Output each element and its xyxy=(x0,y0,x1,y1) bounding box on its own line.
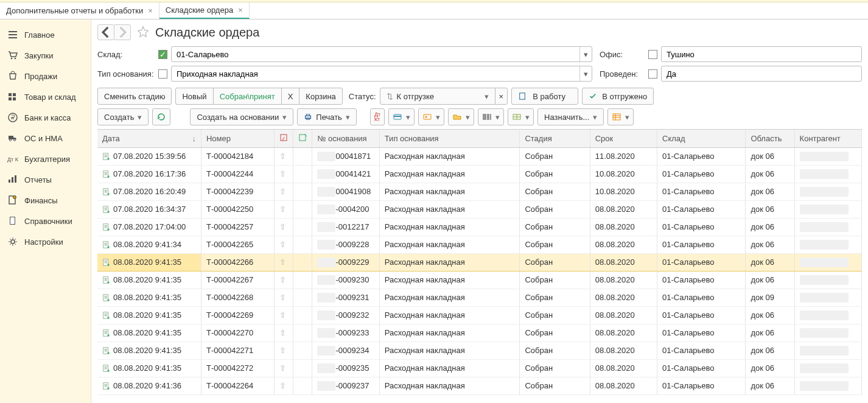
refresh-button[interactable] xyxy=(152,108,170,125)
tab-reports[interactable]: Дополнительные отчеты и обработки × xyxy=(0,2,159,19)
column-header[interactable] xyxy=(275,130,293,147)
table-row[interactable]: 08.08.2020 9:41:35Т-000042270⇧ -0009233Р… xyxy=(97,324,862,342)
tab-label: Дополнительные отчеты и обработки xyxy=(6,6,143,15)
to-work-button[interactable]: В работу xyxy=(511,88,578,105)
tool-btn-5[interactable]: ▾ xyxy=(508,108,534,125)
shipped-button[interactable]: В отгружено xyxy=(582,88,654,105)
print-button[interactable]: Печать▾ xyxy=(297,108,357,125)
cell-basis-type: Расходная накладная xyxy=(379,324,520,342)
dropdown-icon[interactable]: ▾ xyxy=(579,47,592,61)
status-group: ⇅ К отгрузке ▾ × xyxy=(380,88,508,105)
column-header[interactable]: Дата↓ xyxy=(97,130,201,147)
table-row[interactable]: 08.08.2020 9:41:36Т-000042264⇧ -0009237Р… xyxy=(97,377,862,394)
nav-forward-button[interactable] xyxy=(114,24,131,40)
change-stage-button[interactable]: Сменить стадию xyxy=(97,88,172,105)
create-button[interactable]: Создать▾ xyxy=(97,108,149,125)
table-row[interactable]: 08.08.2020 9:41:34Т-000042265⇧ -0009228Р… xyxy=(97,236,862,253)
posted-checkbox[interactable] xyxy=(648,69,657,79)
column-header[interactable] xyxy=(293,130,312,147)
table-row[interactable]: 07.08.2020 16:34:37Т-000042250⇧ -0004200… xyxy=(97,200,862,218)
cell-number: Т-000042266 xyxy=(201,253,274,271)
column-header[interactable]: Контрагент xyxy=(794,130,861,147)
table-row[interactable]: 07.08.2020 16:20:49Т-000042239⇧ 00041908… xyxy=(97,183,862,200)
tool-btn-3[interactable]: ▾ xyxy=(448,108,474,125)
sidebar-item-truck[interactable]: ОС и НМА xyxy=(0,128,91,149)
table-row[interactable]: 08.08.2020 9:41:35Т-000042271⇧ -0009234Р… xyxy=(97,342,862,359)
table-row[interactable]: 08.08.2020 9:41:35Т-000042269⇧ -0009232Р… xyxy=(97,306,862,324)
basis-type-select[interactable]: ▾ xyxy=(171,66,592,82)
column-header[interactable]: Склад xyxy=(657,130,746,147)
column-header[interactable]: Стадия xyxy=(520,130,590,147)
office-checkbox[interactable] xyxy=(648,50,657,59)
document-icon xyxy=(102,240,111,249)
sidebar-item-finance[interactable]: Финансы xyxy=(0,190,91,211)
data-table[interactable]: Дата↓Номер№ основанияТип основанияСтадия… xyxy=(97,129,862,403)
warehouse-input[interactable] xyxy=(172,47,579,61)
sidebar-item-chart[interactable]: Отчеты xyxy=(0,169,91,190)
posted-input[interactable] xyxy=(662,66,861,81)
column-header[interactable]: Номер xyxy=(201,130,274,147)
sidebar-item-book[interactable]: Справочники xyxy=(0,211,91,231)
cell-date: 08.08.2020 9:41:35 xyxy=(113,346,181,355)
svg-rect-2 xyxy=(9,93,12,96)
tool-btn-2[interactable]: ▾ xyxy=(418,108,444,125)
bag-icon xyxy=(7,71,18,82)
table-row[interactable]: 08.08.2020 9:41:35Т-000042272⇧ -0009235Р… xyxy=(97,359,862,377)
sidebar-item-ledger[interactable]: Дт КтБухгалтерия xyxy=(0,149,91,169)
column-header[interactable]: Область xyxy=(746,130,794,147)
stage-collected-button[interactable]: Собран\принят xyxy=(213,88,282,105)
nav-back-button[interactable] xyxy=(97,24,114,40)
status-select[interactable]: ⇅ К отгрузке ▾ xyxy=(380,88,495,105)
table-row[interactable]: 07.08.2020 15:39:56Т-000042184⇧ 00041871… xyxy=(97,147,862,165)
assign-button[interactable]: Назначить...▾ xyxy=(537,108,604,125)
basis-type-input[interactable] xyxy=(172,66,579,81)
column-header[interactable]: Тип основания xyxy=(379,130,520,147)
column-header[interactable]: № основания xyxy=(312,130,379,147)
favorite-star-icon[interactable] xyxy=(137,26,149,40)
sidebar-item-cart[interactable]: Закупки xyxy=(0,45,91,66)
tab-warehouse-orders[interactable]: Складские ордера × xyxy=(159,2,250,19)
close-icon[interactable]: × xyxy=(238,5,243,15)
table-row[interactable]: 07.08.2020 17:04:00Т-000042257⇧ -0012217… xyxy=(97,218,862,236)
sidebar-item-ruble[interactable]: Банк и касса xyxy=(0,107,91,128)
dtkt-icon: ДтКт xyxy=(374,112,380,122)
stage-new-button[interactable]: Новый xyxy=(175,88,213,105)
svg-rect-35 xyxy=(103,241,108,248)
warehouse-checkbox[interactable]: ✓ xyxy=(158,50,167,59)
posted-label: Проведен: xyxy=(600,69,648,79)
barcode-icon xyxy=(482,112,492,122)
tool-btn-1[interactable]: ▾ xyxy=(388,108,415,125)
masked-prefix xyxy=(317,293,335,303)
stage-x-button[interactable]: Х xyxy=(281,88,300,105)
barcode-button[interactable]: ▾ xyxy=(478,108,504,125)
masked-counterparty xyxy=(800,222,849,232)
sidebar-item-boxes[interactable]: Товар и склад xyxy=(0,86,91,107)
posted-select[interactable] xyxy=(661,66,862,82)
stage-trash-button[interactable]: Корзина xyxy=(299,88,343,105)
dtkt-button[interactable]: ДтКт xyxy=(370,108,385,125)
cell-due: 08.08.2020 xyxy=(590,377,657,394)
masked-counterparty xyxy=(800,346,849,356)
create-on-basis-button[interactable]: Создать на основании▾ xyxy=(190,108,293,125)
masked-prefix xyxy=(317,346,335,356)
sidebar-item-gear[interactable]: Настройки xyxy=(0,231,91,252)
table-row[interactable]: 08.08.2020 9:41:35Т-000042267⇧ -0009230Р… xyxy=(97,271,862,289)
table-row[interactable]: 07.08.2020 16:17:36Т-000042244⇧ 00041421… xyxy=(97,165,862,183)
basis-type-checkbox[interactable] xyxy=(158,69,167,79)
sidebar-item-bag[interactable]: Продажи xyxy=(0,66,91,86)
status-clear-button[interactable]: × xyxy=(495,88,508,105)
warehouse-select[interactable]: ▾ xyxy=(171,46,592,62)
close-icon[interactable]: × xyxy=(148,6,153,15)
table-row[interactable]: 08.08.2020 9:41:35Т-000042266⇧ -0009229Р… xyxy=(97,253,862,271)
dropdown-icon[interactable]: ▾ xyxy=(579,66,592,81)
sidebar-item-home[interactable]: Главное xyxy=(0,24,91,45)
cell-warehouse: 01-Саларьево xyxy=(657,359,746,377)
table-row[interactable]: 08.08.2020 9:41:35Т-000042268⇧ -0009231Р… xyxy=(97,289,862,306)
office-select[interactable] xyxy=(661,46,862,62)
cell-basis-num: -0009228 xyxy=(335,240,369,249)
column-header[interactable]: Срок xyxy=(590,130,657,147)
tool-btn-6[interactable]: ▾ xyxy=(607,108,634,125)
office-input[interactable] xyxy=(662,47,861,61)
svg-rect-11 xyxy=(12,177,13,183)
masked-prefix xyxy=(317,275,335,285)
